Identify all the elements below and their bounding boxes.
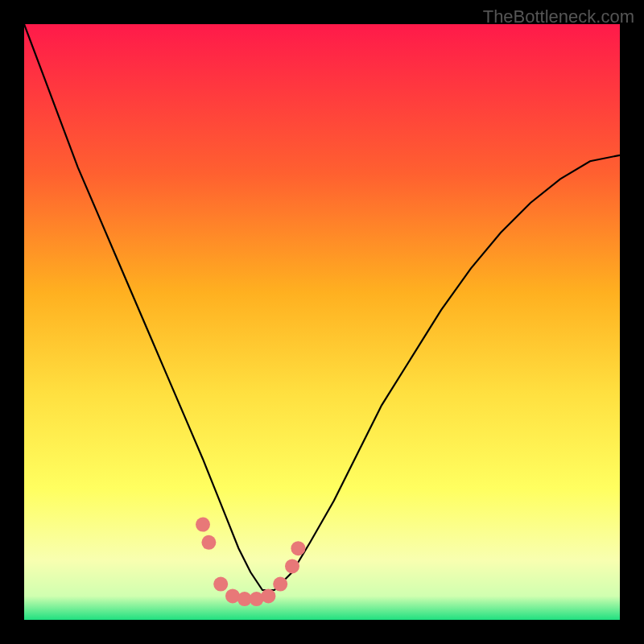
watermark-text: TheBottleneck.com	[483, 6, 634, 27]
gradient-background	[24, 24, 620, 620]
data-marker	[273, 577, 287, 592]
data-marker	[213, 577, 228, 592]
data-marker	[196, 518, 210, 532]
data-marker	[201, 535, 216, 550]
chart-container	[24, 24, 620, 620]
chart-svg	[24, 24, 620, 620]
data-marker	[285, 559, 299, 573]
data-marker	[261, 588, 275, 603]
data-marker	[291, 541, 305, 555]
